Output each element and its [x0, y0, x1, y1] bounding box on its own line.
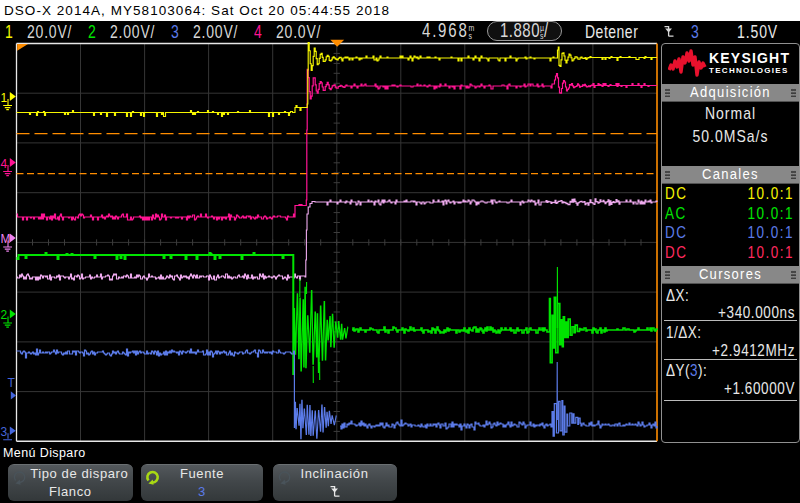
svg-text:1: 1 — [1, 91, 8, 105]
svg-text:2: 2 — [1, 308, 8, 322]
svg-text:3: 3 — [1, 425, 8, 439]
svg-text:T: T — [8, 376, 16, 390]
svg-text:4: 4 — [1, 157, 8, 171]
svg-text:M: M — [1, 232, 11, 246]
